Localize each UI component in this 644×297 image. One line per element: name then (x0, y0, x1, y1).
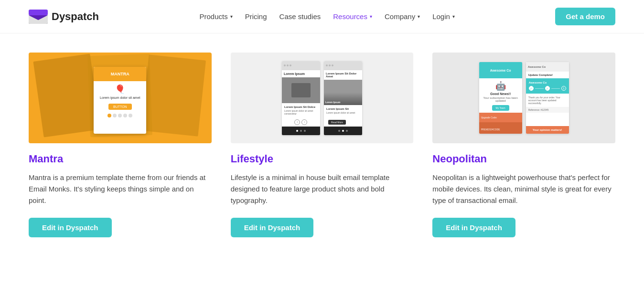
nav-resources[interactable]: Resources ▾ (328, 10, 377, 23)
lifestyle-col-left: Lorem Ipsum Lorem Ipsum Sit Dolce Lorem … (282, 61, 320, 135)
lifestyle-image: Lorem Ipsum Lorem Ipsum Sit Dolce Lorem … (231, 53, 414, 143)
company-chevron-icon: ▾ (418, 14, 420, 19)
mantra-title: Mantra (29, 153, 212, 165)
lifestyle-description: Lifestyle is a minimal in house built em… (231, 172, 414, 206)
neopolitan-description: Neopolitan is a lightweight powerhouse t… (432, 172, 615, 206)
login-chevron-icon: ▾ (452, 14, 455, 19)
nav-products[interactable]: Products ▾ (194, 10, 237, 23)
mantra-edit-button[interactable]: Edit in Dyspatch (29, 218, 112, 237)
main-nav: Products ▾ Pricing Case studies Resource… (194, 10, 459, 23)
products-chevron-icon: ▾ (230, 14, 233, 19)
neo-card-left: Awesome Co 🤖 Good News!! Your subscripti… (479, 62, 522, 134)
neo-card-right: Awesome Co Update Complete! Awesome Co ✓… (526, 62, 569, 134)
logo-icon (29, 10, 48, 24)
header-right: Get a demo (555, 8, 615, 25)
logo[interactable]: Dyspatch (29, 10, 99, 24)
main-content: MANTRA 🎈 Lorem ipsum dolor sit amet BUTT… (0, 33, 644, 266)
card-lifestyle: Lorem Ipsum Lorem Ipsum Sit Dolce Lorem … (231, 53, 414, 237)
lifestyle-col-right: Lorem Ipsum Sit Dolor Amet Lorem Ipsum L… (324, 61, 362, 135)
header: Dyspatch Products ▾ Pricing Case studies… (0, 0, 644, 33)
cards-grid: MANTRA 🎈 Lorem ipsum dolor sit amet BUTT… (29, 53, 615, 237)
lifestyle-title: Lifestyle (231, 153, 414, 165)
neopolitan-edit-button[interactable]: Edit in Dyspatch (432, 218, 515, 237)
card-mantra: MANTRA 🎈 Lorem ipsum dolor sit amet BUTT… (29, 53, 212, 237)
mantra-main-card: MANTRA 🎈 Lorem ipsum dolor sit amet BUTT… (94, 67, 146, 134)
mantra-image: MANTRA 🎈 Lorem ipsum dolor sit amet BUTT… (29, 53, 212, 143)
svg-rect-3 (29, 10, 48, 15)
mantra-mockup: MANTRA 🎈 Lorem ipsum dolor sit amet BUTT… (29, 53, 212, 143)
nav-company[interactable]: Company ▾ (380, 10, 425, 23)
lifestyle-edit-button[interactable]: Edit in Dyspatch (231, 218, 314, 237)
resources-chevron-icon: ▾ (370, 14, 372, 19)
nav-case-studies[interactable]: Case studies (275, 10, 326, 23)
mantra-description: Mantra is a premium template theme from … (29, 172, 212, 206)
nav-login[interactable]: Login ▾ (428, 10, 460, 23)
neopolitan-image: Awesome Co 🤖 Good News!! Your subscripti… (432, 53, 615, 143)
logo-text: Dyspatch (52, 11, 99, 23)
neopolitan-title: Neopolitan (432, 153, 615, 165)
get-demo-button[interactable]: Get a demo (555, 8, 615, 25)
nav-pricing[interactable]: Pricing (240, 10, 272, 23)
card-neopolitan: Awesome Co 🤖 Good News!! Your subscripti… (432, 53, 615, 237)
